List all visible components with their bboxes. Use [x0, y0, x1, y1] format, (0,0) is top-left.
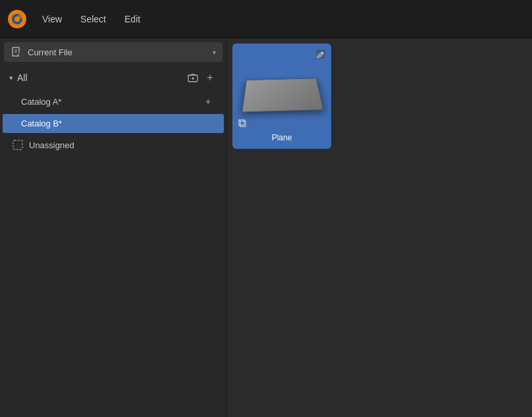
- blender-logo-icon: [7, 9, 28, 30]
- catalog-b-label: Catalog B*: [21, 119, 62, 128]
- source-label: Current File: [28, 47, 72, 57]
- collapse-icon[interactable]: ▾: [9, 74, 13, 82]
- svg-rect-13: [13, 140, 22, 150]
- section-left: ▾ All: [9, 72, 28, 83]
- view-menu-item[interactable]: View: [34, 10, 70, 28]
- edit-menu-item[interactable]: Edit: [117, 10, 148, 28]
- mesh-icon: [238, 119, 247, 129]
- app-icon[interactable]: [5, 7, 29, 31]
- main-content: Current File ▾ ▾ All +: [0, 38, 532, 417]
- select-menu-item[interactable]: Select: [72, 10, 114, 28]
- section-actions: +: [186, 70, 217, 85]
- top-bar: View Select Edit: [0, 0, 532, 38]
- unassigned-item[interactable]: Unassigned: [3, 134, 224, 155]
- unassigned-label: Unassigned: [29, 140, 74, 150]
- catalog-b-item[interactable]: Catalog B*: [3, 114, 224, 133]
- catalog-a-label: Catalog A*: [21, 97, 61, 107]
- svg-point-3: [17, 14, 25, 18]
- unassigned-icon: [12, 139, 24, 151]
- catalog-a-item[interactable]: Catalog A* +: [3, 90, 224, 113]
- sidebar: Current File ▾ ▾ All +: [0, 38, 227, 417]
- chevron-down-icon: ▾: [213, 49, 216, 56]
- asset-label-plane: Plane: [269, 132, 295, 144]
- plane-mesh: [242, 78, 324, 112]
- all-label: All: [17, 72, 28, 83]
- source-dropdown[interactable]: Current File ▾: [4, 42, 223, 62]
- mesh-cube-icon: [238, 119, 247, 128]
- file-icon: [11, 46, 22, 58]
- edit-icon[interactable]: [315, 49, 326, 61]
- new-folder-icon: [188, 72, 198, 83]
- add-catalog-button[interactable]: +: [203, 70, 217, 85]
- pencil-icon: [315, 49, 326, 59]
- asset-area: Plane: [227, 38, 532, 417]
- new-folder-button[interactable]: [186, 70, 200, 85]
- all-section-header: ▾ All +: [3, 67, 224, 88]
- asset-card-plane[interactable]: Plane: [232, 43, 331, 149]
- svg-rect-17: [240, 121, 246, 126]
- dropdown-left: Current File: [11, 46, 72, 58]
- catalog-a-add-button[interactable]: +: [201, 95, 215, 108]
